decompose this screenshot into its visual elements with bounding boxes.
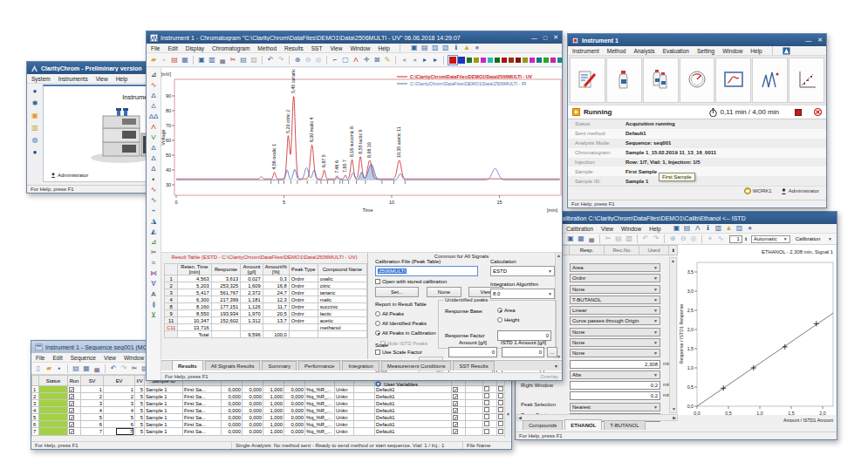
level-icon[interactable]: ⊿ (149, 237, 159, 247)
sequence-cell[interactable]: ✓ (68, 407, 81, 414)
dot-icon[interactable]: ▪ (149, 174, 159, 184)
sequence-col-header[interactable]: I/V (135, 376, 145, 386)
set-button[interactable]: Set... (375, 287, 419, 297)
calibration-combo[interactable]: None▼ (570, 328, 660, 336)
sequence-cell[interactable]: 5 (104, 414, 135, 421)
globe-icon[interactable]: ● (31, 148, 39, 157)
result-cell[interactable]: lactic (318, 310, 366, 317)
calibration-combo[interactable]: Area▼ (570, 263, 660, 272)
point-icon[interactable]: ⌖ (706, 234, 714, 243)
window-chart-icon[interactable]: ▧ (441, 44, 450, 52)
sequence-cell[interactable]: 5 (135, 393, 145, 400)
result-cell[interactable] (318, 331, 366, 338)
menu-item-instrument[interactable]: Instrument (572, 48, 599, 54)
sequence-cell[interactable]: ✓ (452, 400, 466, 407)
export-icon[interactable]: ▲ (725, 224, 734, 233)
result-cell[interactable]: 8 (165, 303, 178, 310)
sequence-cell[interactable]: 5 (135, 407, 145, 414)
palette-color-3[interactable] (481, 58, 486, 63)
result-cell[interactable]: 100,0 (263, 331, 289, 338)
calibration-vertical-scrollbar[interactable]: ▲▼ (669, 257, 677, 413)
table-icon[interactable]: ▥ (714, 224, 723, 233)
sequence-cell[interactable]: Default1 (375, 393, 452, 400)
sequence-cell[interactable]: Unkn (335, 386, 354, 393)
menu-item-system[interactable]: System (31, 76, 51, 82)
checkbox[interactable] (498, 393, 503, 398)
palette-color-5[interactable] (495, 58, 500, 63)
sequence-cell[interactable]: 0,000 (222, 393, 243, 400)
zoom-in-icon[interactable]: ⊕ (293, 56, 302, 65)
sequence-cell[interactable]: 0,000 (284, 386, 305, 393)
copy-icon[interactable]: ▤ (614, 234, 623, 243)
signal-color-2[interactable] (458, 57, 465, 64)
curve-icon[interactable]: ∿ (716, 234, 725, 243)
result-cell[interactable]: 3,613 (211, 275, 241, 282)
menu-item-help[interactable]: Help (116, 76, 127, 82)
sequence-cell[interactable] (39, 414, 68, 421)
menu-item-method[interactable]: Method (257, 45, 277, 51)
result-row[interactable]: 25,203253,3251,60916,8Ordnrcitric (165, 282, 367, 289)
sequence-cell[interactable]: Default1 (375, 428, 452, 436)
menu-item-edit[interactable]: Edit (52, 355, 62, 361)
sequence-cell[interactable]: ✓ (452, 407, 466, 414)
sequence-cell[interactable]: Sample 1 (145, 393, 183, 400)
report-radio[interactable] (375, 330, 380, 336)
tab-results[interactable]: Results (172, 360, 203, 370)
sequence-cell[interactable]: 0,000 (284, 421, 305, 428)
print-icon[interactable]: ▄ (587, 234, 596, 243)
info-icon[interactable]: ℹ (452, 44, 461, 52)
result-row[interactable]: 46,300217,3991,18112,3Ordnrmalic (165, 296, 367, 303)
sequence-cell[interactable]: 0,000 (222, 400, 243, 407)
sequence-cell[interactable]: 0,000 (284, 400, 305, 407)
menu-item-window[interactable]: Window (124, 355, 144, 361)
sequence-cell[interactable]: 0,000 (243, 393, 263, 400)
col-used[interactable]: Used (639, 245, 669, 255)
tab-integration[interactable]: Integration (342, 361, 379, 370)
sequence-cell[interactable]: 0,000 (243, 407, 263, 414)
sequence-cell[interactable]: 0,000 (222, 386, 243, 393)
menu-item-view[interactable]: View (96, 76, 108, 82)
calibration-combo[interactable]: Abs▼ (570, 370, 660, 379)
result-cell[interactable]: 4,563 (178, 275, 211, 282)
sequence-cell[interactable] (483, 407, 497, 414)
checkbox[interactable] (498, 429, 503, 434)
sequence-cell[interactable]: 5 (135, 386, 145, 393)
zoom-chart-icon[interactable]: ▨ (431, 44, 440, 52)
result-cell[interactable] (289, 324, 318, 331)
calibration-file-input[interactable]: 2506MULTI (375, 266, 478, 276)
negative-icon[interactable]: ∀ (149, 279, 159, 289)
sequence-cell[interactable]: ✓ (68, 421, 81, 428)
open-folder-icon[interactable]: ▰ (44, 364, 53, 373)
sequence-cell[interactable] (483, 421, 497, 428)
curve-red-icon[interactable]: ∿ (149, 185, 159, 194)
result-cell[interactable]: 193,934 (211, 310, 241, 317)
result-col-header[interactable]: Response (211, 264, 241, 275)
close-button[interactable]: ✕ (817, 37, 823, 44)
print-icon[interactable]: ▄ (218, 56, 227, 65)
result-cell[interactable]: 1 (165, 275, 178, 282)
sequence-cell[interactable]: 5 (135, 400, 145, 407)
data-acquisition-button[interactable] (715, 58, 751, 103)
checkbox[interactable] (484, 393, 489, 398)
calibration-combo[interactable]: None▼ (570, 285, 660, 294)
wrench-icon[interactable]: ⌐ (331, 56, 339, 65)
sequence-cell[interactable]: Unkn (335, 393, 354, 400)
calibration-combo[interactable]: Linear▼ (570, 306, 660, 315)
table-icon[interactable]: ▥ (208, 56, 216, 65)
run-checkbox[interactable]: ✓ (69, 401, 74, 406)
sequence-cell[interactable] (39, 407, 68, 414)
sequence-cell[interactable]: 3 (81, 400, 104, 407)
sequence-cell[interactable]: Unkn (335, 428, 354, 436)
palette-color-4[interactable] (488, 58, 493, 63)
sequence-cell[interactable] (483, 386, 497, 393)
result-cell[interactable] (211, 331, 241, 338)
menu-item-file[interactable]: File (151, 45, 160, 51)
result-cell[interactable]: 24,7 (263, 289, 289, 296)
sequence-row[interactable]: 3✓335Sample 1First Sa...0,0000,0001,0000… (32, 400, 511, 407)
sequence-cell[interactable]: First Sa... (183, 386, 222, 393)
result-cell[interactable]: 561,767 (211, 289, 241, 296)
result-cell[interactable]: tartaric (318, 289, 366, 296)
checkbox[interactable] (484, 414, 489, 419)
result-cell[interactable]: 1,312 (241, 317, 263, 324)
menu-item-view[interactable]: View (330, 45, 342, 51)
